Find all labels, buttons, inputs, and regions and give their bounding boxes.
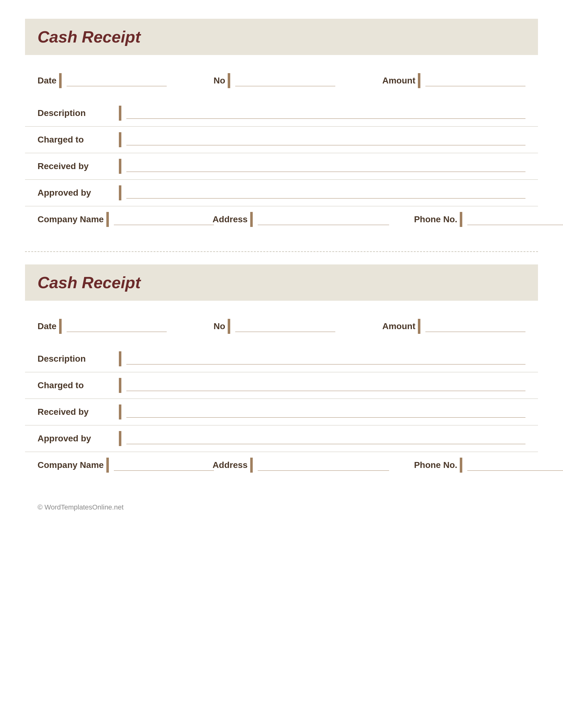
receipt-2-amount-field: Amount — [382, 319, 525, 334]
receipt-2-no-input[interactable] — [235, 321, 335, 332]
receipt-1-charged-row: Charged to — [25, 127, 538, 153]
receipt-2-address-label: Address — [213, 460, 248, 470]
receipt-2-phone-accent — [460, 458, 462, 473]
receipt-1-amount-input[interactable] — [425, 75, 525, 86]
receipt-1-top-row: Date No Amount — [25, 68, 538, 94]
receipt-1-description-input[interactable] — [126, 108, 525, 119]
receipt-1-charged-group: Charged to — [38, 132, 525, 147]
receipt-2-charged-group: Charged to — [38, 378, 525, 393]
receipt-1-no-field: No — [214, 73, 335, 88]
receipt-2-amount-input[interactable] — [425, 321, 525, 332]
receipt-1-approved-input[interactable] — [126, 187, 525, 198]
receipt-2-date-field: Date — [38, 319, 167, 334]
receipt-2-charged-input[interactable] — [126, 380, 525, 391]
receipt-2-phone-field: Phone No. — [414, 458, 551, 473]
receipt-2-approved-accent — [119, 431, 121, 446]
receipt-2-bottom-row: Company Name Address Phone No. — [25, 452, 538, 478]
receipt-2-company-label: Company Name — [38, 460, 104, 470]
receipt-2-company-input[interactable] — [114, 459, 214, 471]
receipt-1-charged-label: Charged to — [38, 135, 119, 145]
receipt-1-received-accent — [119, 159, 121, 174]
receipt-1-bottom-row: Company Name Address Phone No. — [25, 206, 538, 233]
receipt-2-header: Cash Receipt — [25, 264, 538, 301]
receipt-2-description-label: Description — [38, 354, 119, 364]
receipt-2-received-input[interactable] — [126, 406, 525, 418]
receipt-1-company-field: Company Name — [38, 212, 188, 227]
receipt-1-address-input[interactable] — [258, 214, 389, 225]
receipt-1-approved-row: Approved by — [25, 180, 538, 206]
receipt-1-phone-accent — [460, 212, 462, 227]
receipt-1-no-label: No — [214, 76, 225, 86]
receipt-1-company-input[interactable] — [114, 214, 214, 225]
receipt-2-date-input[interactable] — [67, 321, 167, 332]
receipt-1-received-group: Received by — [38, 159, 525, 174]
receipt-2-date-accent — [59, 319, 62, 334]
receipt-1-approved-label: Approved by — [38, 188, 119, 198]
receipt-2-approved-input[interactable] — [126, 433, 525, 444]
receipt-1-amount-field: Amount — [382, 73, 525, 88]
receipt-1-header: Cash Receipt — [25, 19, 538, 55]
receipt-2-date-label: Date — [38, 321, 57, 331]
receipt-1-phone-field: Phone No. — [414, 212, 551, 227]
receipt-1-title: Cash Receipt — [38, 28, 140, 46]
receipt-1-company-label: Company Name — [38, 214, 104, 224]
receipt-divider — [25, 251, 538, 252]
receipt-1-description-group: Description — [38, 106, 525, 121]
receipt-2-received-label: Received by — [38, 407, 119, 417]
receipt-1-address-field: Address — [213, 212, 389, 227]
receipt-2-company-accent — [106, 458, 109, 473]
receipt-1-no-input[interactable] — [235, 75, 335, 86]
receipt-2-title: Cash Receipt — [38, 274, 140, 292]
receipt-1-received-label: Received by — [38, 161, 119, 171]
receipt-2-phone-input[interactable] — [467, 459, 563, 471]
receipt-1-amount-label: Amount — [382, 76, 415, 86]
receipt-2-charged-row: Charged to — [25, 372, 538, 399]
receipt-2-description-accent — [119, 351, 121, 366]
receipt-1-date-field: Date — [38, 73, 167, 88]
receipt-1-address-label: Address — [213, 214, 248, 224]
copyright-text: © WordTemplatesOnline.net — [38, 503, 123, 511]
receipt-1-charged-accent — [119, 132, 121, 147]
receipt-1-address-accent — [250, 212, 253, 227]
receipt-2-no-label: No — [214, 321, 225, 331]
receipt-2-received-accent — [119, 404, 121, 419]
receipt-1-approved-accent — [119, 185, 121, 200]
receipt-1-description-accent — [119, 106, 121, 121]
receipt-2-charged-accent — [119, 378, 121, 393]
receipt-2-approved-group: Approved by — [38, 431, 525, 446]
page-container: Cash Receipt Date No Amount — [25, 19, 538, 511]
receipt-1-company-accent — [106, 212, 109, 227]
receipt-2-no-field: No — [214, 319, 335, 334]
receipt-1-received-input[interactable] — [126, 161, 525, 172]
receipt-2-top-row: Date No Amount — [25, 313, 538, 339]
receipt-2-description-group: Description — [38, 351, 525, 366]
receipt-2-received-group: Received by — [38, 404, 525, 419]
receipt-1-date-label: Date — [38, 76, 57, 86]
receipt-2: Cash Receipt Date No Amount — [25, 264, 538, 478]
receipt-1-phone-input[interactable] — [467, 214, 563, 225]
receipt-2-amount-accent — [418, 319, 420, 334]
receipt-1-amount-accent — [418, 73, 420, 88]
receipt-1-description-label: Description — [38, 108, 119, 118]
footer: © WordTemplatesOnline.net — [25, 497, 538, 511]
receipt-1-description-row: Description — [25, 100, 538, 127]
receipt-1-approved-group: Approved by — [38, 185, 525, 200]
receipt-2-amount-label: Amount — [382, 321, 415, 331]
receipt-2-company-field: Company Name — [38, 458, 188, 473]
receipt-1-received-row: Received by — [25, 153, 538, 180]
receipt-1-date-input[interactable] — [67, 75, 167, 86]
receipt-2-approved-label: Approved by — [38, 434, 119, 444]
receipt-1-phone-label: Phone No. — [414, 214, 457, 224]
receipt-2-description-row: Description — [25, 346, 538, 372]
receipt-2-approved-row: Approved by — [25, 425, 538, 452]
receipt-1-no-accent — [228, 73, 230, 88]
receipt-1-charged-input[interactable] — [126, 134, 525, 145]
receipt-2-address-field: Address — [213, 458, 389, 473]
receipt-2-address-accent — [250, 458, 253, 473]
receipt-2-address-input[interactable] — [258, 459, 389, 471]
receipt-2-phone-label: Phone No. — [414, 460, 457, 470]
receipt-1: Cash Receipt Date No Amount — [25, 19, 538, 233]
receipt-2-charged-label: Charged to — [38, 380, 119, 390]
receipt-2-description-input[interactable] — [126, 353, 525, 364]
receipt-2-no-accent — [228, 319, 230, 334]
